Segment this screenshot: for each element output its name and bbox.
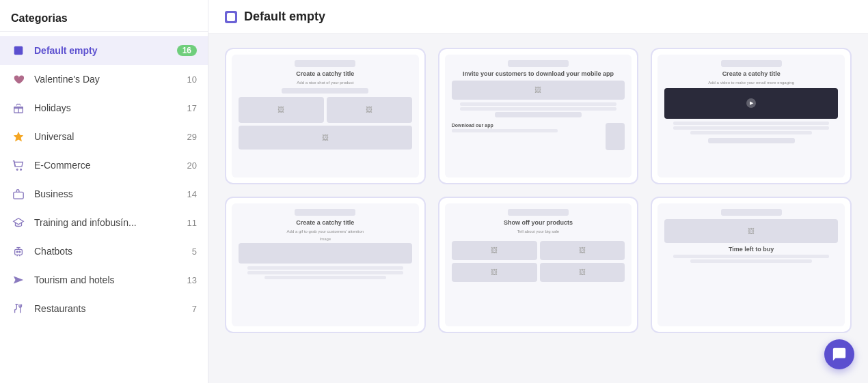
- tpl-text-2c: [452, 129, 558, 132]
- tpl-text-3a: [673, 122, 829, 125]
- tpl-title-3: Create a catchy title: [722, 70, 781, 79]
- tpl-subtitle-3: Add a video to make your email more enga…: [708, 81, 794, 85]
- sidebar-count-chatbots: 5: [180, 246, 197, 257]
- tpl-gift-label: Image: [319, 237, 331, 241]
- tpl-bottom-2: Download our app: [452, 123, 625, 150]
- sidebar-item-training[interactable]: Training and infobusín... 11: [0, 208, 208, 237]
- template-card-1[interactable]: Create a catchy title Add a nice shot of…: [225, 48, 426, 184]
- sidebar-label-business: Business: [34, 188, 180, 199]
- square-icon: [11, 43, 26, 58]
- svg-point-4: [21, 169, 22, 170]
- sidebar-label-chatbots: Chatbots: [34, 246, 180, 257]
- templates-grid: Create a catchy title Add a nice shot of…: [208, 34, 868, 383]
- sidebar: Categorias Default empty 16 Valentine's …: [0, 0, 208, 383]
- tpl-logo-2: [508, 60, 569, 67]
- sidebar-item-chatbots[interactable]: Chatbots 5: [0, 237, 208, 266]
- sidebar-count-restaurants: 7: [180, 304, 197, 314]
- template-card-3[interactable]: Create a catchy title Add a video to mak…: [651, 48, 852, 184]
- sidebar-count-business: 14: [180, 189, 197, 199]
- tpl-title-1: Create a catchy title: [296, 70, 354, 79]
- tpl-phone: [606, 123, 625, 150]
- svg-rect-9: [227, 13, 235, 21]
- tpl-video-3: ▶: [664, 88, 838, 119]
- tpl-subtitle-1: Add a nice shot of your product: [297, 81, 353, 85]
- tpl-text-6b: [690, 259, 812, 263]
- main-content: Default empty Create a catchy title Add …: [208, 0, 868, 383]
- image-icon-5d: 🖼: [579, 268, 586, 276]
- star-icon: [11, 129, 26, 144]
- tpl-images-row-5b: 🖼 🖼: [452, 263, 625, 282]
- graduation-icon: [11, 215, 26, 230]
- sidebar-label-training: Training and infobusín...: [34, 217, 180, 228]
- template-inner-6: 🖼 Time left to buy: [657, 203, 845, 326]
- image-icon-5c: 🖼: [491, 268, 498, 276]
- tpl-cta-2: [495, 112, 582, 117]
- sidebar-item-universal[interactable]: Universal 29: [0, 122, 208, 151]
- template-card-6[interactable]: 🖼 Time left to buy: [651, 197, 852, 333]
- cutlery-icon: [11, 301, 26, 316]
- image-icon-5b: 🖼: [579, 246, 586, 254]
- svg-point-3: [16, 169, 18, 170]
- main-header-title: Default empty: [244, 10, 325, 24]
- sidebar-count-holidays: 17: [180, 103, 197, 113]
- gift-icon: [11, 100, 26, 115]
- sidebar-label-tourism: Tourism and hotels: [34, 274, 180, 285]
- tpl-cta-3: [708, 138, 795, 143]
- chat-bubble[interactable]: [824, 339, 854, 369]
- svg-rect-5: [14, 192, 23, 199]
- image-icon-5a: 🖼: [491, 246, 498, 254]
- sidebar-count-tourism: 13: [180, 275, 197, 285]
- tpl-text-2b: [460, 107, 616, 111]
- tpl-text-6a: [673, 255, 829, 258]
- svg-rect-0: [14, 46, 23, 55]
- sidebar-label-valentines: Valentine's Day: [34, 74, 180, 85]
- tpl-text-3b: [673, 126, 829, 130]
- tpl-logo-4: [295, 209, 355, 216]
- template-inner-5: Show off your products Tell about your b…: [445, 203, 632, 326]
- sidebar-item-valentines[interactable]: Valentine's Day 10: [0, 65, 208, 94]
- template-inner-1: Create a catchy title Add a nice shot of…: [232, 55, 419, 178]
- briefcase-icon: [11, 186, 26, 201]
- tpl-text-4a: [247, 266, 403, 270]
- svg-point-8: [19, 251, 21, 253]
- play-button-3: ▶: [746, 98, 756, 108]
- sidebar-label-holidays: Holidays: [34, 102, 180, 113]
- sidebar-count-default-empty: 16: [177, 45, 197, 56]
- tpl-img-5c: 🖼: [452, 263, 537, 282]
- tpl-text-4c: [265, 276, 386, 279]
- sidebar-item-holidays[interactable]: Holidays 17: [0, 94, 208, 122]
- tpl-subtitle-5: Tell about your big sale: [517, 229, 559, 233]
- tpl-img-5a: 🖼: [452, 241, 537, 260]
- sidebar-count-ecommerce: 20: [180, 160, 197, 171]
- tpl-logo-1: [295, 60, 355, 67]
- tpl-img-1b: 🖼: [327, 97, 412, 123]
- robot-icon: [11, 244, 26, 259]
- sidebar-header: Categorias: [0, 0, 208, 32]
- tpl-logo-6: [721, 209, 782, 216]
- image-icon-1b: 🖼: [366, 106, 372, 113]
- sidebar-count-training: 11: [180, 218, 197, 228]
- sidebar-item-business[interactable]: Business 14: [0, 180, 208, 208]
- template-card-5[interactable]: Show off your products Tell about your b…: [438, 197, 639, 333]
- image-icon-1c: 🖼: [322, 134, 329, 141]
- sidebar-label-ecommerce: E-Commerce: [34, 160, 180, 171]
- tpl-text-2a: [460, 102, 616, 106]
- sidebar-list: Default empty 16 Valentine's Day 10 Holi…: [0, 32, 208, 383]
- sidebar-item-default-empty[interactable]: Default empty 16: [0, 36, 208, 65]
- svg-rect-6: [15, 249, 23, 255]
- tpl-img-6: 🖼: [664, 219, 838, 243]
- sidebar-count-valentines: 10: [180, 74, 197, 85]
- image-icon-6: 🖼: [748, 227, 755, 235]
- chat-icon: [832, 347, 847, 362]
- sidebar-item-restaurants[interactable]: Restaurants 7: [0, 294, 208, 323]
- image-icon-2: 🖼: [534, 86, 541, 94]
- sidebar-item-ecommerce[interactable]: E-Commerce 20: [0, 151, 208, 180]
- template-inner-2: Invite your customers to download your m…: [445, 55, 632, 178]
- tpl-text-3c: [690, 131, 812, 134]
- sidebar-item-tourism[interactable]: Tourism and hotels 13: [0, 266, 208, 294]
- tpl-subtitle-4: Add a gif to grab your customers' attent…: [287, 229, 364, 233]
- template-card-2[interactable]: Invite your customers to download your m…: [438, 48, 639, 184]
- tpl-countdown-title: Time left to buy: [729, 246, 774, 253]
- template-card-4[interactable]: Create a catchy title Add a gif to grab …: [225, 197, 426, 333]
- tpl-img-1a: 🖼: [239, 97, 324, 123]
